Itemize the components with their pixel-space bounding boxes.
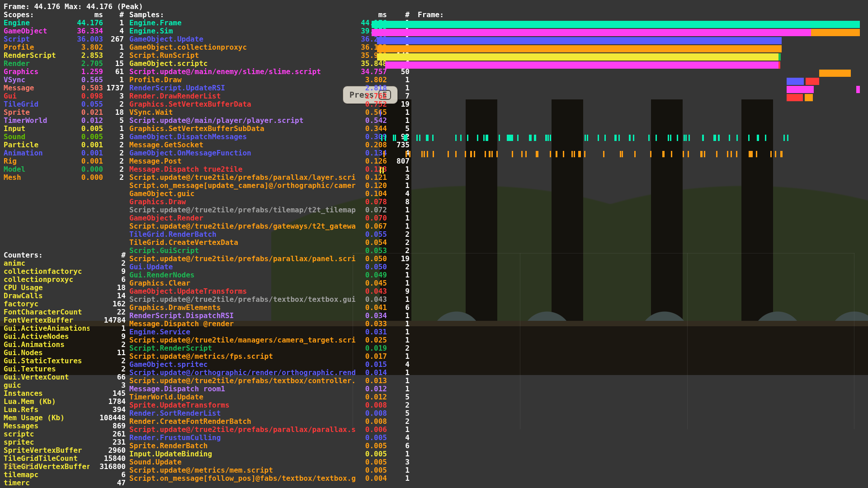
counter-row[interactable]: Gui.StaticTextures2 [4, 357, 126, 365]
flame-tick[interactable] [633, 135, 634, 141]
flame-tick[interactable] [529, 135, 530, 141]
flame-bar[interactable] [377, 37, 782, 44]
profiler-row[interactable]: Rig0.0012Message.Post0.126807 [4, 157, 864, 165]
flame-tick[interactable] [587, 135, 588, 141]
profiler-row[interactable]: GameObject.spritec0.0154 [4, 361, 864, 369]
flame-tick[interactable] [563, 151, 564, 157]
flame-tick[interactable] [770, 151, 772, 157]
flame-tick[interactable] [550, 135, 551, 141]
profiler-row[interactable]: Engine.Service0.0311 [4, 328, 864, 336]
flame-tick[interactable] [713, 135, 715, 141]
counter-row[interactable]: tilemapc6 [4, 471, 126, 479]
flame-tick[interactable] [383, 151, 385, 157]
flame-tick[interactable] [406, 151, 407, 157]
flame-tick[interactable] [736, 151, 737, 157]
profiler-row[interactable]: TileGrid0.0552Graphics.SetVertexBufferDa… [4, 100, 864, 108]
flame-bar[interactable] [385, 61, 710, 69]
flame-tick[interactable] [470, 151, 472, 157]
flame-tick[interactable] [474, 151, 475, 157]
flame-tick[interactable] [731, 151, 732, 157]
profiler-row[interactable]: GameObject.Render0.0701 [4, 214, 864, 222]
flame-tick[interactable] [677, 135, 678, 141]
counter-row[interactable]: Gui.Textures2 [4, 365, 126, 373]
flame-tick[interactable] [406, 135, 407, 141]
flame-tick[interactable] [455, 135, 457, 141]
flame-tick[interactable] [615, 135, 617, 141]
counter-row[interactable]: CPU Usage18 [4, 284, 126, 292]
profiler-row[interactable]: Script.GuiScript0.0532 [4, 247, 864, 255]
flame-tick[interactable] [756, 151, 757, 157]
flame-tick[interactable] [787, 135, 788, 141]
flame-tick[interactable] [683, 151, 684, 157]
profiler-row[interactable]: Script.RenderScript0.0192 [4, 344, 864, 352]
flame-tick[interactable] [604, 135, 606, 141]
flame-tick[interactable] [485, 151, 486, 157]
profiler-row[interactable]: Graphics.DrawElements0.0416 [4, 304, 864, 312]
flame-tick[interactable] [530, 135, 532, 141]
flame-bar[interactable] [372, 29, 811, 36]
flame-tick[interactable] [584, 151, 585, 157]
profiler-row[interactable]: Gui.RenderNodes0.0491 [4, 271, 864, 279]
flame-tick[interactable] [525, 151, 527, 157]
profiler-row[interactable]: Script.update@/true2tile/prefabs/tilemap… [4, 206, 864, 214]
profiler-row[interactable]: Script.update@/true2tile/prefabs/textbox… [4, 296, 864, 304]
flame-tick[interactable] [426, 135, 427, 141]
profiler-row[interactable]: TileGrid.CreateVertexData0.0542 [4, 239, 864, 247]
flame-tick[interactable] [715, 135, 716, 141]
flame-tick[interactable] [748, 135, 750, 141]
profiler-row[interactable]: Script.on_message[follow_pos]@fabs/textb… [4, 474, 864, 483]
flame-tick[interactable] [704, 151, 705, 157]
flame-tick[interactable] [416, 135, 418, 141]
flame-tick[interactable] [634, 151, 636, 157]
flame-bar[interactable] [811, 29, 860, 36]
flame-bar[interactable] [856, 86, 860, 93]
profiler-row[interactable]: Render.CreateFontRenderBatch0.0082 [4, 418, 864, 426]
flame-tick[interactable] [487, 135, 488, 141]
flame-tick[interactable] [685, 135, 687, 141]
flame-tick[interactable] [556, 151, 557, 157]
counter-row[interactable]: timerc47 [4, 479, 126, 487]
profiler-row[interactable]: Sprite0.02118VSync.Wait0.5651 [4, 108, 864, 117]
flame-tick[interactable] [618, 135, 620, 141]
profiler-row[interactable]: Sound0.0053GameObject.DispatchMessages0.… [4, 133, 864, 141]
flame-bar[interactable] [710, 61, 778, 69]
flame-tick[interactable] [395, 135, 396, 141]
flame-bar[interactable] [372, 21, 860, 28]
flame-bar[interactable] [819, 70, 851, 77]
flame-tick[interactable] [671, 151, 672, 157]
flame-tick[interactable] [598, 135, 599, 141]
flame-tick[interactable] [537, 151, 538, 157]
counter-row[interactable]: SpriteVertexBuffer2960 [4, 446, 126, 455]
flame-tick[interactable] [421, 151, 423, 157]
profiler-row[interactable]: Script.update@/true2tile/prefabs/paralla… [4, 426, 864, 434]
profiler-row[interactable]: TileGrid.RenderBatch0.0552 [4, 230, 864, 239]
flame-tick[interactable] [603, 151, 604, 157]
profiler-row[interactable]: Script.update@/true2tile/prefabs/gateway… [4, 222, 864, 230]
counter-row[interactable]: Gui.ActiveNodes9 [4, 333, 126, 341]
profiler-row[interactable]: Input.UpdateBinding0.0051 [4, 450, 864, 458]
flame-bar[interactable] [377, 45, 782, 52]
profiler-row[interactable]: TimerWorld.Update0.0125 [4, 393, 864, 401]
flame-tick[interactable] [508, 135, 509, 141]
profiler-row[interactable]: Graphics.Draw0.0788 [4, 198, 864, 206]
flame-tick[interactable] [491, 151, 493, 157]
profiler-row[interactable]: Script.update@/orthographic/render/ortho… [4, 369, 864, 377]
flame-tick[interactable] [765, 135, 766, 141]
flame-tick[interactable] [432, 135, 434, 141]
flame-tick[interactable] [648, 135, 650, 141]
flame-tick[interactable] [716, 151, 717, 157]
flame-bar[interactable] [805, 94, 813, 101]
counter-row[interactable]: Messages869 [4, 422, 126, 430]
counter-row[interactable]: Gui.Animations2 [4, 341, 126, 349]
profiler-row[interactable]: Script.update@/true2tile/managers/camera… [4, 336, 864, 344]
profiler-row[interactable]: GameObject.guic0.1044 [4, 190, 864, 198]
profiler-row[interactable]: Script.update@/true2tile/prefabs/paralla… [4, 255, 864, 263]
profiler-row[interactable]: Script.update@/metrics/fps.script0.0171 [4, 352, 864, 361]
flame-tick[interactable] [385, 135, 386, 141]
profiler-row[interactable]: Gui0.0983Render.DrawRenderList2.7627 [4, 92, 864, 100]
flame-tick[interactable] [749, 151, 750, 157]
flame-tick[interactable] [419, 135, 420, 141]
counter-row[interactable]: Lua.Refs394 [4, 406, 126, 414]
flame-tick[interactable] [775, 151, 776, 157]
flame-tick[interactable] [703, 135, 704, 141]
